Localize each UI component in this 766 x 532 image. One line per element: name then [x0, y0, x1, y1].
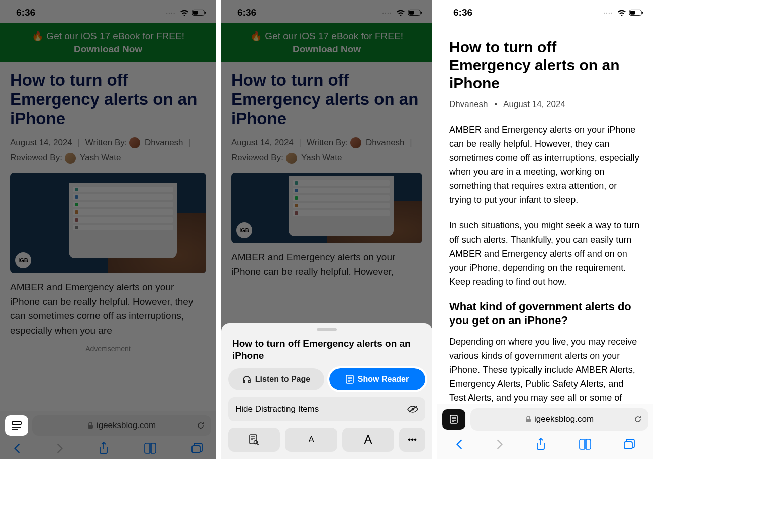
hide-distracting-button[interactable]: Hide Distracting Items [228, 397, 425, 421]
svg-text:40: 40 [635, 11, 639, 15]
sheet-title: How to turn off Emergency alerts on an i… [228, 336, 425, 368]
article-content: How to turn off Emergency alerts on an i… [0, 62, 216, 362]
author-avatar [350, 137, 361, 148]
wifi-icon [617, 9, 626, 16]
phone-screenshot-2: 6:36 •••• 40 🔥 Get our iOS 17 eBook for … [221, 0, 432, 459]
article-meta: August 14, 2024 | Written By: Dhvanesh |… [10, 135, 206, 166]
refresh-icon[interactable] [196, 421, 205, 430]
svg-rect-28 [630, 11, 635, 14]
refresh-icon[interactable] [633, 415, 642, 424]
back-icon[interactable] [13, 443, 21, 454]
show-reader-button[interactable]: Show Reader [329, 368, 425, 390]
tabs-icon[interactable] [623, 439, 635, 450]
more-options-button[interactable]: ••• [399, 428, 425, 452]
page-menu-button-active[interactable] [442, 409, 465, 430]
status-time: 6:36 [16, 7, 35, 18]
reader-view[interactable]: How to turn off Emergency alerts on an i… [437, 23, 653, 405]
article-date: August 14, 2024 [231, 138, 294, 147]
font-controls: A A ••• [228, 428, 425, 452]
author-name[interactable]: Dhvanesh [366, 138, 405, 147]
reader-meta: Dhvanesh • August 14, 2024 [449, 99, 641, 110]
share-icon[interactable] [98, 442, 109, 455]
article-date: August 14, 2024 [10, 138, 72, 147]
font-decrease-button[interactable]: A [285, 428, 337, 452]
reader-icon [450, 415, 458, 424]
status-right: •••• 40 [604, 9, 643, 16]
lock-icon [525, 416, 531, 423]
font-increase-button[interactable]: A [342, 428, 394, 452]
listen-to-page-button[interactable]: Listen to Page [228, 368, 324, 390]
safari-toolbar: igeeksblog.com [437, 404, 653, 459]
page-menu-sheet: How to turn off Emergency alerts on an i… [221, 323, 432, 459]
svg-text:40: 40 [198, 11, 202, 15]
status-right: •••• 40 [166, 9, 206, 16]
find-page-icon [249, 434, 259, 445]
status-time: 6:36 [237, 7, 256, 18]
sheet-grabber[interactable] [317, 328, 337, 331]
article-content: How to turn off Emergency alerts on an i… [221, 62, 432, 288]
article-title: How to turn off Emergency alerts on an i… [10, 71, 206, 128]
status-dots: •••• [604, 11, 613, 15]
svg-rect-30 [642, 12, 643, 14]
written-by-label: Written By: [85, 138, 127, 147]
hero-badge: iGB [15, 252, 31, 268]
intro-paragraph: AMBER and Emergency alerts on your iPhon… [10, 280, 206, 338]
reviewer-avatar [65, 153, 76, 164]
svg-rect-9 [192, 446, 200, 453]
tabs-icon[interactable] [191, 443, 203, 454]
hero-badge: iGB [236, 222, 252, 238]
wifi-icon [396, 9, 405, 16]
svg-rect-11 [409, 11, 414, 14]
reader-p1: AMBER and Emergency alerts on your iPhon… [449, 123, 641, 207]
bookmarks-icon[interactable] [144, 443, 157, 454]
reviewer-name[interactable]: Yash Wate [301, 153, 342, 162]
svg-rect-13 [421, 12, 422, 14]
find-on-page-button[interactable] [228, 428, 280, 452]
headphones-icon [242, 375, 251, 384]
reviewed-by-label: Reviewed By: [231, 153, 283, 162]
reader-date: August 14, 2024 [503, 99, 565, 109]
eye-slash-icon [407, 405, 418, 413]
share-icon[interactable] [535, 438, 546, 451]
safari-nav [0, 438, 216, 459]
lock-icon [87, 422, 93, 429]
ad-label: Advertisement [10, 345, 206, 353]
forward-icon [496, 439, 504, 450]
reader-h2: What kind of government alerts do you ge… [449, 300, 641, 328]
status-dots: •••• [382, 11, 392, 15]
reader-author: Dhvanesh [449, 99, 488, 109]
reader-p3: Depending on where you live, you may rec… [449, 335, 641, 405]
url-bar[interactable]: igeeksblog.com [470, 408, 648, 431]
hero-image: iGB [10, 173, 206, 273]
banner-download-link[interactable]: Download Now [226, 44, 427, 55]
svg-rect-7 [88, 425, 93, 429]
page-menu-button[interactable] [5, 415, 28, 436]
written-by-label: Written By: [307, 138, 348, 147]
author-name[interactable]: Dhvanesh [145, 138, 183, 147]
reviewed-by-label: Reviewed By: [10, 153, 62, 162]
url-text: igeeksblog.com [97, 420, 156, 431]
status-bar: 6:36 •••• 40 [0, 0, 216, 23]
banner-download-link[interactable]: Download Now [5, 44, 211, 55]
battery-icon: 40 [192, 9, 206, 16]
svg-rect-1 [193, 11, 198, 14]
battery-icon: 40 [408, 9, 422, 16]
bookmarks-icon[interactable] [579, 439, 592, 450]
status-right: •••• 40 [382, 9, 422, 16]
reader-icon [346, 375, 354, 384]
reader-title: How to turn off Emergency alerts on an i… [449, 38, 641, 92]
wifi-icon [180, 9, 189, 16]
promo-banner[interactable]: 🔥 Get our iOS 17 eBook for FREE! Downloa… [221, 23, 432, 62]
status-bar: 6:36 •••• 40 [221, 0, 432, 23]
promo-banner[interactable]: 🔥 Get our iOS 17 eBook for FREE! Downloa… [0, 23, 216, 62]
hero-image: iGB [231, 173, 422, 243]
svg-line-26 [257, 444, 259, 445]
battery-icon: 40 [629, 9, 643, 16]
reviewer-name[interactable]: Yash Wate [80, 153, 121, 162]
intro-paragraph: AMBER and Emergency alerts on your iPhon… [231, 250, 422, 279]
url-bar[interactable]: igeeksblog.com [32, 415, 211, 436]
page-settings-icon [11, 421, 22, 430]
svg-text:40: 40 [414, 11, 418, 15]
back-icon[interactable] [455, 439, 463, 450]
svg-rect-21 [250, 435, 257, 444]
